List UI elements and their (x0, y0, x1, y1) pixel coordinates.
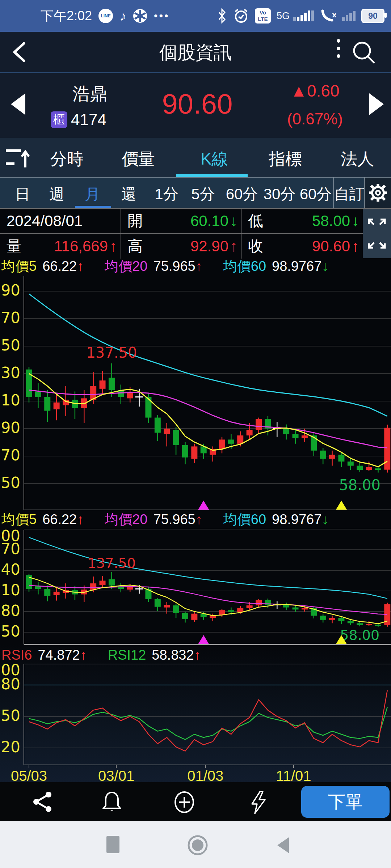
clock: 下午2:02 (41, 7, 92, 25)
prev-stock-arrow[interactable] (11, 93, 25, 115)
quote-volume: 量 116,669↑ (0, 234, 121, 259)
svg-text:170: 170 (0, 540, 20, 558)
price-change: ▲0.60 (268, 81, 362, 101)
svg-text:x: x (332, 10, 336, 19)
bottom-toolbar: 下單 (0, 782, 391, 821)
stock-name: 浩鼎 (61, 82, 119, 106)
watchlist-sort-icon[interactable] (4, 145, 30, 170)
volte-badge: VoLTE (255, 8, 271, 24)
svg-text:170: 170 (0, 309, 20, 327)
svg-text:58.00: 58.00 (340, 627, 379, 643)
quote-high: 高 92.90↑ (121, 234, 241, 259)
tf-day[interactable]: 日 (8, 184, 37, 204)
tf-1min[interactable]: 1分 (150, 184, 183, 204)
rsi-legend-row: RSI674.872↑ RSI1258.832↑ (0, 647, 391, 664)
svg-text:80: 80 (1, 602, 20, 620)
svg-text:110: 110 (0, 581, 20, 599)
home-icon[interactable] (187, 835, 209, 857)
svg-text:90: 90 (1, 419, 20, 437)
battery-icon: 90 (361, 9, 384, 23)
ohlc-quote-grid: 2024/08/01 開 60.10↓ 低 58.00↓ 量 116,669↑ … (0, 208, 363, 258)
tab-price-volume[interactable]: 價量 (102, 148, 175, 170)
quote-low: 低 58.00↓ (241, 209, 363, 233)
x-label: 03/01 (93, 768, 140, 784)
price-change-pct: (0.67%) (268, 110, 362, 128)
quote-open: 開 60.10↓ (121, 209, 241, 233)
signal2-off-icon (342, 11, 356, 21)
last-price: 90.60 (138, 88, 257, 120)
status-bar: 下午2:02 LINE ♪ ••• VoLTE 5G (0, 0, 391, 32)
x-axis-labels: 05/03 03/01 01/03 11/01 (0, 766, 391, 782)
flash-order-icon[interactable] (249, 791, 268, 814)
tf-week[interactable]: 週 (42, 184, 71, 204)
bluetooth-icon (216, 8, 227, 24)
svg-text:70: 70 (1, 446, 20, 464)
main-candle-chart[interactable]: 190170150130110907050137.5058.00 (0, 275, 391, 511)
overflow-menu-icon[interactable] (337, 39, 340, 58)
selected-tab-underline (176, 174, 248, 177)
x-label: 11/01 (270, 768, 317, 784)
svg-text:137.50: 137.50 (86, 344, 137, 361)
svg-text:80: 80 (1, 675, 20, 693)
stock-app-screen: 下午2:02 LINE ♪ ••• VoLTE 5G (0, 0, 391, 868)
search-icon[interactable] (351, 40, 377, 65)
selected-timeframe-underline (75, 206, 111, 208)
page-title: 個股資訊 (0, 41, 391, 65)
tab-institutional[interactable]: 法人 (321, 148, 391, 170)
quote-close: 收 90.60↑ (241, 234, 363, 259)
svg-text:50: 50 (1, 474, 20, 492)
svg-text:130: 130 (0, 364, 20, 382)
alert-bell-icon[interactable] (101, 791, 123, 813)
app-header: 個股資訊 (0, 32, 391, 73)
svg-text:20: 20 (1, 738, 20, 756)
alarm-icon (233, 8, 249, 24)
wifi-calling-off-icon: x (320, 8, 336, 24)
network-type-label: 5G (277, 10, 290, 22)
stock-info-bar: 浩鼎 櫃 4174 90.60 ▲0.60 (0.67%) (0, 73, 391, 138)
tab-indicator[interactable]: 指標 (249, 148, 321, 170)
svg-text:110: 110 (0, 391, 20, 409)
recents-icon[interactable] (106, 835, 120, 854)
overview-candle-chart[interactable]: 2001701401108050137.5058.00 (0, 529, 391, 647)
tf-60min[interactable]: 60分 (224, 184, 260, 204)
svg-text:50: 50 (1, 622, 20, 640)
place-order-button[interactable]: 下單 (301, 786, 390, 818)
svg-text:140: 140 (0, 561, 20, 578)
tf-60min-2[interactable]: 60分 (298, 184, 334, 204)
wheel-icon (133, 9, 147, 23)
tf-custom[interactable]: 自訂 (334, 184, 365, 204)
x-label: 01/03 (182, 768, 229, 784)
svg-text:50: 50 (1, 707, 20, 724)
quote-date: 2024/08/01 (0, 209, 121, 233)
tf-30min[interactable]: 30分 (261, 184, 298, 204)
main-tab-bar: 分時 價量 K線 指標 法人 (0, 138, 391, 177)
back-nav-icon[interactable] (276, 837, 290, 854)
tab-minute[interactable]: 分時 (31, 148, 103, 170)
fullscreen-expand-icon[interactable] (363, 208, 391, 258)
tiktok-icon: ♪ (119, 8, 126, 24)
add-icon[interactable] (173, 791, 196, 813)
x-label: 05/03 (5, 768, 52, 784)
timeframe-bar: 日 週 月 還 1分 5分 60分 30分 60分 自訂 (0, 177, 391, 208)
market-badge: 櫃 (51, 111, 67, 128)
line-app-icon: LINE (98, 9, 113, 23)
tab-kline[interactable]: K線 (178, 148, 251, 170)
ma-legend-row-2: 均價566.22↑ 均價2075.965↑ 均價6098.9767↓ (0, 511, 391, 528)
next-stock-arrow[interactable] (369, 93, 384, 115)
more-notifications-icon: ••• (154, 10, 170, 22)
tf-month[interactable]: 月 (78, 184, 107, 204)
rsi-chart[interactable]: 100805020 (0, 664, 391, 769)
svg-text:137.50: 137.50 (88, 555, 136, 571)
stock-code: 4174 (71, 111, 106, 129)
svg-text:58.00: 58.00 (339, 477, 381, 493)
gear-icon[interactable] (365, 178, 391, 208)
share-icon[interactable] (32, 791, 54, 813)
svg-text:190: 190 (0, 281, 20, 299)
tf-restore[interactable]: 還 (114, 184, 143, 204)
ma-legend-row-1: 均價566.22↑ 均價2075.965↑ 均價6098.9767↓ (0, 258, 391, 275)
signal-bars-icon (293, 10, 314, 21)
android-nav-bar (0, 821, 391, 868)
tf-5min[interactable]: 5分 (187, 184, 219, 204)
svg-text:150: 150 (0, 336, 20, 354)
